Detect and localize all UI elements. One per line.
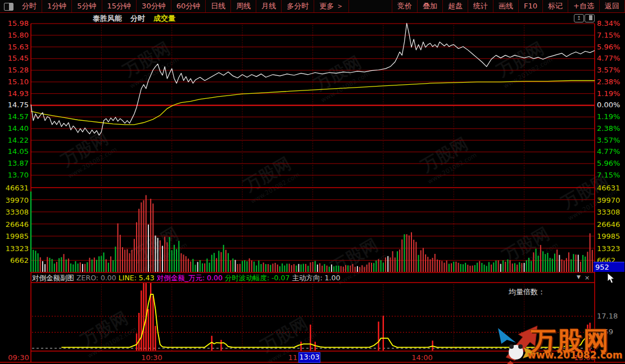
indicator-header-buttons: ▼ × <box>577 274 590 281</box>
indicator-amount-value: 对倒金额_万元: 0.00 <box>157 274 225 282</box>
price-axis-label: 13.87 <box>0 159 29 167</box>
pct-axis-label: 2.38% <box>597 78 620 86</box>
menu-item-0[interactable]: 分时 <box>17 0 42 12</box>
current-volume-badge: 952 <box>594 262 624 272</box>
volume-axis-label: 26646 <box>597 220 620 229</box>
price-axis-label: 14.22 <box>0 136 29 144</box>
price-axis-label: 14.40 <box>0 124 29 133</box>
menu-tool-8[interactable]: 返回 <box>600 0 625 12</box>
chart-canvas[interactable] <box>0 0 625 364</box>
volume-axis-label: 13323 <box>597 244 620 253</box>
volume-axis-label: 46631 <box>0 184 29 192</box>
pop-out-icon[interactable]: ↥ <box>574 14 584 22</box>
volume-axis-label: 39970 <box>597 196 620 204</box>
indicator-zero-value: ZERO: 0.00 <box>76 274 119 282</box>
menu-tool-1[interactable]: 叠加 <box>418 0 443 12</box>
menu-item-5[interactable]: 60分钟 <box>171 0 206 12</box>
price-axis-label: 15.63 <box>0 43 29 51</box>
menu-item-2[interactable]: 5分钟 <box>72 0 102 12</box>
indicator-name[interactable]: 对倒金额副图 <box>32 274 76 282</box>
time-axis-label: 11 <box>288 353 298 362</box>
indicator-header: 对倒金额副图 ZERO: 0.00 LINE: 5.43 对倒金额_万元: 0.… <box>32 274 340 282</box>
price-axis-label: 14.05 <box>0 147 29 156</box>
price-axis-label: 15.80 <box>0 31 29 39</box>
top-menubar: 分时1分钟5分钟15分钟30分钟60分钟日线周线月线多分时更多 ＞ 竞价叠加超盘… <box>0 0 625 13</box>
menu-item-1[interactable]: 1分钟 <box>42 0 72 12</box>
indicator-ref-label: 8.59 <box>597 327 613 336</box>
overlay-indicator-label[interactable]: 成交量 <box>153 13 175 22</box>
period-menu-group: 分时1分钟5分钟15分钟30分钟60分钟日线周线月线多分时更多 ＞ <box>0 0 349 12</box>
volume-axis-label: 39970 <box>0 196 29 204</box>
volume-axis-label: 33308 <box>597 208 620 216</box>
volume-axis-label: 33308 <box>0 208 29 216</box>
pct-axis-label: 5.96% <box>597 43 620 51</box>
menu-item-6[interactable]: 日线 <box>206 0 231 12</box>
indicator-pane-label: 均量倍数： <box>509 287 545 297</box>
pct-axis-label: 5.96% <box>597 159 620 167</box>
menu-tool-7[interactable]: +自选 <box>568 0 600 12</box>
chart-title-row: 泰胜风能 分时 成交量 <box>93 13 175 22</box>
time-axis-label: 09:30 <box>8 353 29 362</box>
indicator-ref-label: 17.18 <box>597 312 618 320</box>
panel-toggle-icon[interactable] <box>4 3 13 11</box>
price-axis-label: 15.98 <box>0 19 29 28</box>
volume-axis-label: 19985 <box>597 232 620 240</box>
menu-tool-0[interactable]: 竞价 <box>392 0 418 12</box>
pct-axis-label: 7.15% <box>597 171 620 179</box>
menu-item-3[interactable]: 15分钟 <box>102 0 137 12</box>
menu-item-8[interactable]: 月线 <box>256 0 282 12</box>
menu-tool-4[interactable]: 画线 <box>493 0 519 12</box>
pct-axis-label: 2.38% <box>597 124 620 133</box>
menu-item-9[interactable]: 多分时 <box>282 0 314 12</box>
collapse-indicator-icon[interactable]: ▼ <box>577 274 581 281</box>
volume-axis-label: 19985 <box>0 232 29 240</box>
menu-item-4[interactable]: 30分钟 <box>137 0 171 12</box>
price-axis-label: 14.75 <box>0 101 29 109</box>
pct-axis-label: 1.19% <box>597 89 620 98</box>
menu-tool-3[interactable]: 统计 <box>468 0 493 12</box>
pct-axis-label: 8.34% <box>597 19 620 28</box>
indicator-line-value: LINE: 5.43 <box>119 274 157 282</box>
volume-axis-label: 26646 <box>0 220 29 229</box>
menu-item-10[interactable]: 更多 ＞ <box>314 0 349 12</box>
pct-axis-label: 3.57% <box>597 136 620 144</box>
stock-name: 泰胜风能 <box>93 13 122 22</box>
price-axis-label: 14.57 <box>0 112 29 121</box>
time-axis-label: 14:00 <box>411 353 432 362</box>
pct-axis-label: 4.77% <box>597 54 620 62</box>
pct-axis-label: 1.19% <box>597 112 620 121</box>
pct-axis-label: 3.57% <box>597 66 620 74</box>
volume-axis-label: 13323 <box>0 244 29 253</box>
menu-tool-2[interactable]: 超盘 <box>443 0 468 12</box>
volume-axis-label: 6662 <box>0 256 29 265</box>
menu-tool-5[interactable]: F10 <box>519 0 543 12</box>
pct-axis-label: 7.15% <box>597 31 620 39</box>
indicator-range-value: 分时波动幅度: -0.07 <box>225 274 292 282</box>
price-axis-label: 14.93 <box>0 89 29 98</box>
split-view-icon[interactable] <box>585 14 595 22</box>
crosshair-time-badge: 13:03 <box>298 352 320 363</box>
indicator-direction-value: 主动方向: 1.00 <box>292 274 340 282</box>
menu-tool-6[interactable]: 标记 <box>543 0 568 12</box>
price-axis-label: 15.28 <box>0 66 29 74</box>
stock-app-window: { "ui": { "menubar": { "left_items": ["分… <box>0 0 625 364</box>
time-axis-label: 15:00 <box>574 353 595 362</box>
pct-axis-label: 0.00% <box>597 101 620 109</box>
period-label[interactable]: 分时 <box>130 13 145 22</box>
time-axis-label: 10:30 <box>141 353 162 362</box>
close-indicator-icon[interactable]: × <box>585 274 590 281</box>
price-axis-label: 15.10 <box>0 78 29 86</box>
menu-item-7[interactable]: 周线 <box>231 0 256 12</box>
tool-menu-group: 竞价叠加超盘统计画线F10标记+自选返回 <box>392 0 625 12</box>
price-axis-label: 15.45 <box>0 54 29 62</box>
mouse-cursor-icon <box>607 273 616 284</box>
pct-axis-label: 4.77% <box>597 147 620 156</box>
price-axis-label: 13.70 <box>0 171 29 179</box>
volume-axis-label: 46631 <box>597 184 620 192</box>
